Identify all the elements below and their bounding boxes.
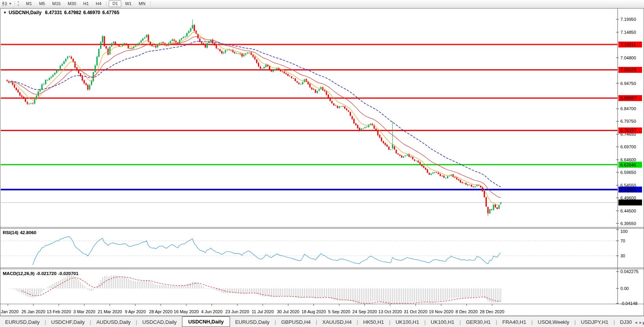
timeframe-button-mn[interactable]: MN — [135, 0, 149, 7]
timeframe-button-d1[interactable]: D1 — [109, 0, 121, 7]
svg-text:▼: ▼ — [3, 11, 7, 15]
tab-hk50-h1[interactable]: HK50,H1 — [358, 318, 389, 327]
timeframe-button-h4[interactable]: H4 — [92, 0, 105, 7]
tab-xauusd-h4[interactable]: XAUUSD,H4 — [317, 318, 356, 327]
timeframe-button-w1[interactable]: W1 — [121, 0, 135, 7]
tab-uk100-h1[interactable]: UK100,H1 — [426, 318, 460, 327]
timeframe-button-m5[interactable]: M5 — [35, 0, 48, 7]
price-tick-label: 6.94750 — [620, 81, 636, 86]
tab-eurusd-daily[interactable]: EURUSD,Daily — [0, 318, 45, 327]
chart-window-frame — [0, 9, 644, 316]
date-tick-label: 28 Apr 2020 — [149, 309, 173, 314]
chart-area[interactable]: 7.199507.148507.048006.947506.847006.797… — [0, 0, 644, 327]
svg-text:7.10011: 7.10011 — [620, 42, 636, 47]
price-level-badge: 7.00029 — [618, 67, 642, 73]
tabs-scroll-left-icon[interactable]: ◂ — [634, 320, 638, 325]
price-tick-label: 7.19950 — [620, 17, 636, 22]
price-tick-label: 6.79750 — [620, 119, 636, 124]
rsi-tick-label: 30 — [620, 253, 625, 258]
rsi-tick-label: 100 — [620, 229, 627, 234]
macd-tick-label: 0.00 — [620, 286, 629, 291]
tab-usdcnh-daily[interactable]: USDCNH,Daily — [182, 316, 230, 327]
price-tick-label: 6.39550 — [620, 221, 636, 226]
date-tick-label: 19 Nov 2020 — [429, 309, 453, 314]
svg-text:6.47765: 6.47765 — [620, 200, 636, 205]
price-tick-label: 7.04800 — [620, 55, 636, 60]
price-tick-label: 6.59650 — [620, 170, 636, 175]
price-tick-label: 7.14850 — [620, 30, 636, 35]
svg-text:6.88897: 6.88897 — [620, 96, 636, 100]
chart-type-icon[interactable] — [1, 1, 8, 6]
macd-label: MACD(12,26,9)-0.021720-0.020701 — [3, 271, 79, 276]
tab-eurusd-daily[interactable]: EURUSD,Daily — [230, 318, 275, 327]
price-level-badge: 6.88897 — [618, 95, 642, 101]
date-tick-label: 31 Oct 2020 — [404, 309, 427, 314]
date-tick-label: 5 Sep 2020 — [328, 309, 350, 314]
timeframe-button-h1[interactable]: H1 — [80, 0, 92, 7]
price-level-badge: 7.10011 — [618, 42, 642, 48]
price-tick-label: 6.84700 — [620, 106, 636, 111]
price-tick-label: 6.69700 — [620, 144, 636, 149]
toolbar-grip[interactable] — [18, 1, 20, 6]
chart-title: ▼USDCNH,Daily6.473316.479826.469706.4776… — [3, 10, 119, 15]
date-tick-label: 16 May 2020 — [174, 309, 199, 314]
date-tick-label: 4 Jun 2020 — [201, 309, 222, 314]
date-tick-label: 13 Feb 2020 — [47, 309, 71, 314]
svg-text:6.76157: 6.76157 — [620, 128, 636, 133]
tab-uk100-h1[interactable]: UK100,H1 — [390, 318, 424, 327]
price-tick-label: 6.64600 — [620, 157, 636, 162]
date-tick-label: 23 Jun 2020 — [225, 309, 249, 314]
tab-usdcad-daily[interactable]: USDCAD,Daily — [137, 318, 182, 327]
timeframe-toolbar: ▼ M1M5M15M30H1H4D1W1MN — [0, 0, 644, 7]
chart-type-dropdown-icon[interactable]: ▼ — [8, 2, 13, 6]
tab-ger30-h1[interactable]: GER30,H1 — [461, 318, 496, 327]
tab-audusd-daily[interactable]: AUDUSD,Daily — [91, 318, 135, 327]
timeframe-button-m1[interactable]: M1 — [22, 0, 35, 7]
date-tick-label: 13 Oct 2020 — [379, 309, 402, 314]
timeframe-buttons: M1M5M15M30H1H4D1W1MN — [22, 0, 153, 7]
price-tick-label: 6.44500 — [620, 209, 636, 213]
date-tick-label: 7 Jan 2020 — [0, 309, 19, 314]
date-tick-label: 21 Mar 2020 — [98, 309, 122, 314]
date-tick-label: 3 Mar 2020 — [73, 309, 95, 314]
chart-tabs-bar: EURUSD,Daily|USDCHF,Daily|AUDUSD,Daily|U… — [0, 316, 644, 327]
date-tick-label: 18 Aug 2020 — [302, 309, 326, 314]
date-tick-label: 28 Dec 2020 — [480, 309, 504, 314]
toolbar-separator — [15, 1, 15, 6]
svg-text:7.00029: 7.00029 — [620, 67, 636, 72]
timeframe-button-m15[interactable]: M15 — [48, 0, 64, 7]
tab-gbpusd-h4[interactable]: GBPUSD,H4 — [276, 318, 316, 327]
svg-text:USDCNH,Daily6.473316.479826.46: USDCNH,Daily6.473316.479826.469706.47765 — [9, 10, 119, 15]
rsi-tick-label: 70 — [620, 238, 625, 243]
timeframe-button-m30[interactable]: M30 — [64, 0, 80, 7]
price-level-badge: 6.52865 — [618, 187, 642, 192]
date-tick-label: 8 Dec 2020 — [455, 309, 477, 314]
tab-usdchf-daily[interactable]: USDCHF,Daily — [46, 318, 90, 327]
price-level-badge: 6.62646 — [618, 162, 642, 168]
chart-tabs: EURUSD,Daily|USDCHF,Daily|AUDUSD,Daily|U… — [0, 317, 644, 327]
date-tick-label: 11 Jul 2020 — [252, 309, 274, 314]
date-tick-label: 24 Sep 2020 — [353, 309, 377, 314]
current-price-badge: 6.47765 — [618, 200, 642, 205]
price-tick-label: 6.49600 — [620, 196, 636, 200]
price-level-badge: 6.76157 — [618, 127, 642, 133]
svg-text:6.52865: 6.52865 — [620, 187, 636, 192]
tab-usdjpy-h1[interactable]: USDJPY,H1 — [576, 318, 614, 327]
date-tick-label: 30 Jul 2020 — [277, 309, 299, 314]
date-tick-label: 9 Apr 2020 — [125, 309, 146, 314]
toolbar-separator — [150, 1, 151, 6]
svg-text:6.62646: 6.62646 — [620, 163, 636, 167]
tab-fra40-h1[interactable]: FRA40,H1 — [497, 318, 531, 327]
macd-tick-label: 0.042275 — [620, 269, 638, 274]
tabs-scroll-arrows: ◂▸ — [632, 320, 643, 325]
tabs-scroll-right-icon[interactable]: ▸ — [638, 320, 643, 325]
tab-usoil-weekly[interactable]: USOil,Weekly — [533, 318, 574, 327]
macd-tick-label: -0.04148 — [620, 301, 637, 306]
date-tick-label: 25 Jan 2020 — [21, 309, 45, 314]
toolbar-separator — [106, 1, 107, 6]
